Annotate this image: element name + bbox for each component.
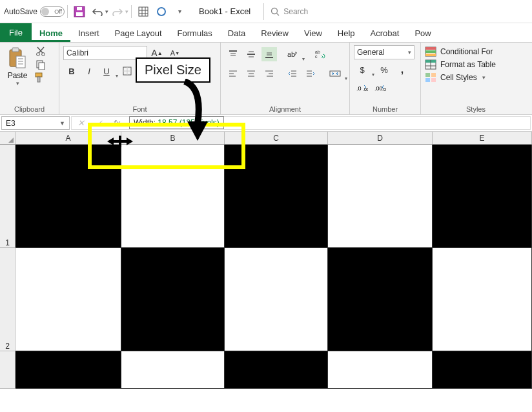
cell-c1[interactable] [225,145,328,248]
svg-rect-3 [139,7,148,16]
tab-review[interactable]: Review [253,25,296,42]
decrease-decimal-icon[interactable]: .00.0 [373,81,388,95]
format-as-table-button[interactable]: Format as Table [425,59,496,70]
cell-styles-button[interactable]: Cell Styles▾ [425,72,496,83]
tab-help[interactable]: Help [330,25,363,42]
align-left-icon[interactable] [225,67,241,81]
svg-rect-2 [77,7,82,10]
paste-button[interactable]: Paste ▾ [4,45,31,87]
cell-a2[interactable] [15,248,121,351]
cell-d1[interactable] [328,145,433,248]
orientation-icon[interactable]: ab [285,47,300,61]
document-title: Book1 - Excel [199,6,251,16]
row-headers: 1 2 [0,145,15,389]
qat-customize-icon[interactable]: ▾ [172,4,187,19]
name-box[interactable]: E3 ▼ [1,116,70,130]
cell-e2[interactable] [433,248,532,351]
number-format-select[interactable]: General▾ [354,45,414,59]
svg-line-10 [277,13,280,15]
tab-acrobat[interactable]: Acrobat [363,25,407,42]
increase-indent-icon[interactable] [303,67,318,81]
formula-bar: E3 ▼ ✕ ✓ fx [0,115,532,132]
currency-button[interactable]: $ [354,63,370,77]
align-top-icon[interactable] [225,47,241,61]
undo-icon[interactable] [90,4,105,19]
grid-icon[interactable] [136,4,151,19]
cancel-formula-icon[interactable]: ✕ [72,118,90,128]
align-right-icon[interactable] [261,67,277,81]
col-header-d[interactable]: D [328,132,433,144]
col-header-c[interactable]: C [225,132,328,144]
bold-button[interactable]: B [64,64,79,78]
svg-rect-72 [431,73,436,77]
tab-home[interactable]: Home [32,25,70,42]
cell-b2[interactable] [121,248,225,351]
format-painter-icon[interactable] [33,72,48,83]
chevron-down-icon[interactable]: ▼ [59,120,65,127]
undo-dropdown-icon[interactable]: ▾ [105,8,108,15]
svg-marker-79 [187,121,208,141]
save-icon[interactable] [72,4,87,19]
cell-grid[interactable] [15,145,532,389]
fx-icon[interactable]: fx [108,118,126,128]
cell-b1[interactable] [121,145,225,248]
search-input[interactable]: Search [263,3,431,20]
row-header-2[interactable]: 2 [0,248,15,351]
svg-rect-12 [12,48,19,52]
font-name-select[interactable]: Calibri [63,46,147,60]
svg-text:ab: ab [315,50,320,54]
annotation-arrow-icon [178,79,217,141]
conditional-formatting-button[interactable]: Conditional For [425,46,496,57]
chevron-down-icon[interactable]: ▾ [345,76,347,81]
circle-icon[interactable] [154,4,169,19]
svg-rect-66 [425,54,436,56]
spreadsheet: A B C D E 1 2 [0,132,532,389]
cell-b3[interactable] [121,351,225,389]
underline-button[interactable]: U [99,64,114,78]
row-header-1[interactable]: 1 [0,145,15,248]
select-all-corner[interactable] [0,132,15,144]
tab-formulas[interactable]: Formulas [170,25,220,42]
cell-d3[interactable] [328,351,433,389]
chevron-down-icon[interactable]: ▾ [372,72,374,77]
enter-formula-icon[interactable]: ✓ [90,118,108,128]
autosave-toggle[interactable]: Off [40,6,65,17]
comma-button[interactable]: , [394,63,410,77]
chevron-down-icon[interactable]: ▾ [302,56,305,62]
tab-more[interactable]: Pow [407,25,438,42]
cell-c3[interactable] [225,351,328,389]
col-header-e[interactable]: E [433,132,532,144]
cell-a1[interactable] [15,145,121,248]
tab-view[interactable]: View [296,25,330,42]
cell-d2[interactable] [328,248,433,351]
cell-e3[interactable] [433,351,532,389]
row-header-3[interactable] [0,351,15,389]
tab-page-layout[interactable]: Page Layout [107,25,170,42]
align-middle-icon[interactable] [243,47,259,61]
wrap-text-icon[interactable]: abc [313,47,329,61]
cell-a3[interactable] [15,351,121,389]
increase-decimal-icon[interactable]: .0.00 [354,81,370,95]
tab-file[interactable]: File [0,23,32,42]
cell-c2[interactable] [225,248,328,351]
align-bottom-icon[interactable] [261,47,277,61]
redo-icon[interactable] [110,4,125,19]
percent-button[interactable]: % [376,63,392,77]
svg-text:.0: .0 [382,87,386,92]
redo-dropdown-icon: ▾ [125,8,128,15]
italic-button[interactable]: I [81,64,97,78]
decrease-indent-icon[interactable] [285,67,300,81]
chevron-down-icon[interactable]: ▾ [16,80,19,87]
borders-icon[interactable] [119,64,135,78]
cell-e1[interactable] [433,145,532,248]
merge-center-icon[interactable] [327,67,343,81]
table-icon [425,59,436,70]
cut-icon[interactable] [33,46,48,57]
tab-data[interactable]: Data [220,25,253,42]
svg-rect-13 [16,56,25,68]
col-header-a[interactable]: A [15,132,121,144]
copy-icon[interactable] [33,59,48,70]
chevron-down-icon[interactable]: ▾ [116,73,118,79]
tab-insert[interactable]: Insert [70,25,107,42]
align-center-icon[interactable] [243,67,259,81]
